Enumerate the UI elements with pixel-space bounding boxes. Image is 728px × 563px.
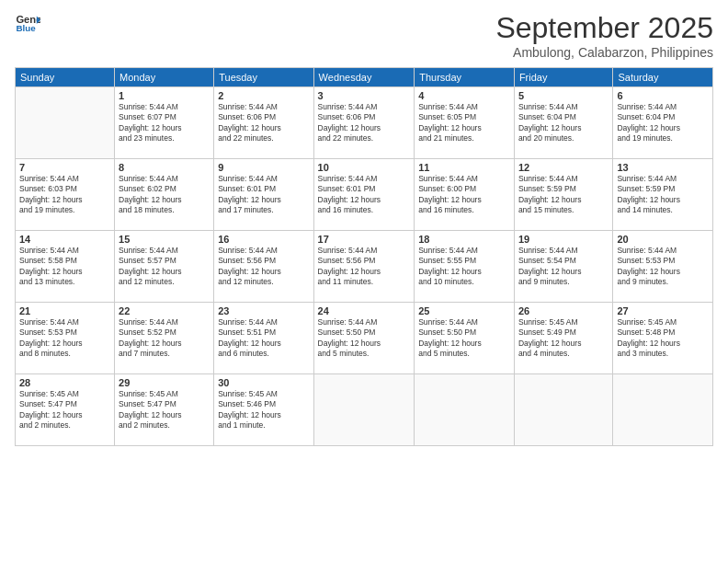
day-number: 8 <box>119 162 210 173</box>
day-info: Sunrise: 5:44 AMSunset: 6:01 PMDaylight:… <box>318 174 411 216</box>
table-row: 13Sunrise: 5:44 AMSunset: 5:59 PMDayligh… <box>613 159 713 231</box>
table-row: 23Sunrise: 5:44 AMSunset: 5:51 PMDayligh… <box>214 303 313 374</box>
day-info: Sunrise: 5:44 AMSunset: 5:59 PMDaylight:… <box>518 174 609 216</box>
day-number: 26 <box>518 305 609 316</box>
day-info: Sunrise: 5:44 AMSunset: 5:56 PMDaylight:… <box>218 246 309 288</box>
table-row: 30Sunrise: 5:45 AMSunset: 5:46 PMDayligh… <box>214 374 313 446</box>
table-row: 4Sunrise: 5:44 AMSunset: 6:05 PMDaylight… <box>415 87 515 159</box>
day-info: Sunrise: 5:44 AMSunset: 6:06 PMDaylight:… <box>318 102 411 144</box>
table-row: 3Sunrise: 5:44 AMSunset: 6:06 PMDaylight… <box>313 87 415 159</box>
day-number: 12 <box>518 162 609 173</box>
day-info: Sunrise: 5:44 AMSunset: 6:04 PMDaylight:… <box>518 102 609 144</box>
day-info: Sunrise: 5:44 AMSunset: 5:57 PMDaylight:… <box>119 246 210 288</box>
svg-text:Blue: Blue <box>16 23 36 33</box>
table-row: 22Sunrise: 5:44 AMSunset: 5:52 PMDayligh… <box>115 303 214 374</box>
day-number: 11 <box>418 162 510 173</box>
day-info: Sunrise: 5:45 AMSunset: 5:49 PMDaylight:… <box>518 317 609 360</box>
logo: General Blue <box>15 11 40 37</box>
day-number: 6 <box>617 90 709 101</box>
day-number: 18 <box>418 234 510 245</box>
title-block: September 2025 Ambulong, Calabarzon, Phi… <box>495 11 713 60</box>
day-number: 14 <box>19 234 110 245</box>
day-number: 10 <box>318 162 411 173</box>
day-number: 30 <box>218 377 309 388</box>
calendar-week-row: 14Sunrise: 5:44 AMSunset: 5:58 PMDayligh… <box>16 231 713 303</box>
table-row: 29Sunrise: 5:45 AMSunset: 5:47 PMDayligh… <box>115 374 214 446</box>
table-row: 5Sunrise: 5:44 AMSunset: 6:04 PMDaylight… <box>514 87 613 159</box>
day-info: Sunrise: 5:44 AMSunset: 6:07 PMDaylight:… <box>119 102 210 144</box>
table-row: 15Sunrise: 5:44 AMSunset: 5:57 PMDayligh… <box>115 231 214 303</box>
col-wednesday: Wednesday <box>313 68 415 87</box>
table-row: 2Sunrise: 5:44 AMSunset: 6:06 PMDaylight… <box>214 87 313 159</box>
day-info: Sunrise: 5:44 AMSunset: 5:51 PMDaylight:… <box>218 317 309 360</box>
table-row: 18Sunrise: 5:44 AMSunset: 5:55 PMDayligh… <box>415 231 515 303</box>
day-number: 20 <box>617 234 709 245</box>
table-row: 17Sunrise: 5:44 AMSunset: 5:56 PMDayligh… <box>313 231 415 303</box>
day-number: 3 <box>318 90 411 101</box>
table-row <box>313 374 415 446</box>
calendar-week-row: 21Sunrise: 5:44 AMSunset: 5:53 PMDayligh… <box>16 303 713 374</box>
day-info: Sunrise: 5:44 AMSunset: 6:03 PMDaylight:… <box>19 174 110 216</box>
table-row: 12Sunrise: 5:44 AMSunset: 5:59 PMDayligh… <box>514 159 613 231</box>
day-info: Sunrise: 5:45 AMSunset: 5:46 PMDaylight:… <box>218 389 309 431</box>
table-row: 7Sunrise: 5:44 AMSunset: 6:03 PMDaylight… <box>16 159 115 231</box>
table-row: 8Sunrise: 5:44 AMSunset: 6:02 PMDaylight… <box>115 159 214 231</box>
month-title: September 2025 <box>495 11 713 45</box>
day-number: 4 <box>418 90 510 101</box>
day-info: Sunrise: 5:44 AMSunset: 6:05 PMDaylight:… <box>418 102 510 144</box>
table-row: 1Sunrise: 5:44 AMSunset: 6:07 PMDaylight… <box>115 87 214 159</box>
col-thursday: Thursday <box>415 68 515 87</box>
day-info: Sunrise: 5:44 AMSunset: 6:01 PMDaylight:… <box>218 174 309 216</box>
day-info: Sunrise: 5:45 AMSunset: 5:48 PMDaylight:… <box>617 317 709 360</box>
day-number: 29 <box>119 377 210 388</box>
day-info: Sunrise: 5:44 AMSunset: 6:06 PMDaylight:… <box>218 102 309 144</box>
table-row: 28Sunrise: 5:45 AMSunset: 5:47 PMDayligh… <box>16 374 115 446</box>
day-info: Sunrise: 5:44 AMSunset: 5:53 PMDaylight:… <box>19 317 110 360</box>
day-info: Sunrise: 5:44 AMSunset: 6:04 PMDaylight:… <box>617 102 709 144</box>
col-tuesday: Tuesday <box>214 68 313 87</box>
col-monday: Monday <box>115 68 214 87</box>
table-row: 10Sunrise: 5:44 AMSunset: 6:01 PMDayligh… <box>313 159 415 231</box>
col-friday: Friday <box>514 68 613 87</box>
day-number: 1 <box>119 90 210 101</box>
day-number: 9 <box>218 162 309 173</box>
day-info: Sunrise: 5:44 AMSunset: 5:52 PMDaylight:… <box>119 317 210 360</box>
day-number: 5 <box>518 90 609 101</box>
calendar-header-row: Sunday Monday Tuesday Wednesday Thursday… <box>16 68 713 87</box>
table-row: 21Sunrise: 5:44 AMSunset: 5:53 PMDayligh… <box>16 303 115 374</box>
day-info: Sunrise: 5:44 AMSunset: 6:02 PMDaylight:… <box>119 174 210 216</box>
col-saturday: Saturday <box>613 68 713 87</box>
day-number: 17 <box>318 234 411 245</box>
calendar-week-row: 7Sunrise: 5:44 AMSunset: 6:03 PMDaylight… <box>16 159 713 231</box>
table-row: 25Sunrise: 5:44 AMSunset: 5:50 PMDayligh… <box>415 303 515 374</box>
calendar-week-row: 1Sunrise: 5:44 AMSunset: 6:07 PMDaylight… <box>16 87 713 159</box>
day-number: 19 <box>518 234 609 245</box>
table-row: 24Sunrise: 5:44 AMSunset: 5:50 PMDayligh… <box>313 303 415 374</box>
day-info: Sunrise: 5:44 AMSunset: 5:50 PMDaylight:… <box>318 317 411 360</box>
col-sunday: Sunday <box>16 68 115 87</box>
table-row: 26Sunrise: 5:45 AMSunset: 5:49 PMDayligh… <box>514 303 613 374</box>
table-row: 9Sunrise: 5:44 AMSunset: 6:01 PMDaylight… <box>214 159 313 231</box>
day-number: 2 <box>218 90 309 101</box>
calendar-table: Sunday Monday Tuesday Wednesday Thursday… <box>15 67 713 446</box>
table-row: 11Sunrise: 5:44 AMSunset: 6:00 PMDayligh… <box>415 159 515 231</box>
table-row <box>613 374 713 446</box>
day-info: Sunrise: 5:44 AMSunset: 5:54 PMDaylight:… <box>518 246 609 288</box>
day-info: Sunrise: 5:44 AMSunset: 5:59 PMDaylight:… <box>617 174 709 216</box>
table-row <box>16 87 115 159</box>
day-number: 23 <box>218 305 309 316</box>
table-row: 19Sunrise: 5:44 AMSunset: 5:54 PMDayligh… <box>514 231 613 303</box>
day-number: 25 <box>418 305 510 316</box>
day-info: Sunrise: 5:44 AMSunset: 5:53 PMDaylight:… <box>617 246 709 288</box>
header: General Blue September 2025 Ambulong, Ca… <box>15 11 713 60</box>
day-info: Sunrise: 5:44 AMSunset: 6:00 PMDaylight:… <box>418 174 510 216</box>
day-number: 22 <box>119 305 210 316</box>
table-row: 27Sunrise: 5:45 AMSunset: 5:48 PMDayligh… <box>613 303 713 374</box>
day-number: 27 <box>617 305 709 316</box>
table-row <box>415 374 515 446</box>
table-row: 20Sunrise: 5:44 AMSunset: 5:53 PMDayligh… <box>613 231 713 303</box>
logo-icon: General Blue <box>15 11 40 37</box>
day-info: Sunrise: 5:44 AMSunset: 5:56 PMDaylight:… <box>318 246 411 288</box>
table-row: 14Sunrise: 5:44 AMSunset: 5:58 PMDayligh… <box>16 231 115 303</box>
day-info: Sunrise: 5:45 AMSunset: 5:47 PMDaylight:… <box>19 389 110 431</box>
